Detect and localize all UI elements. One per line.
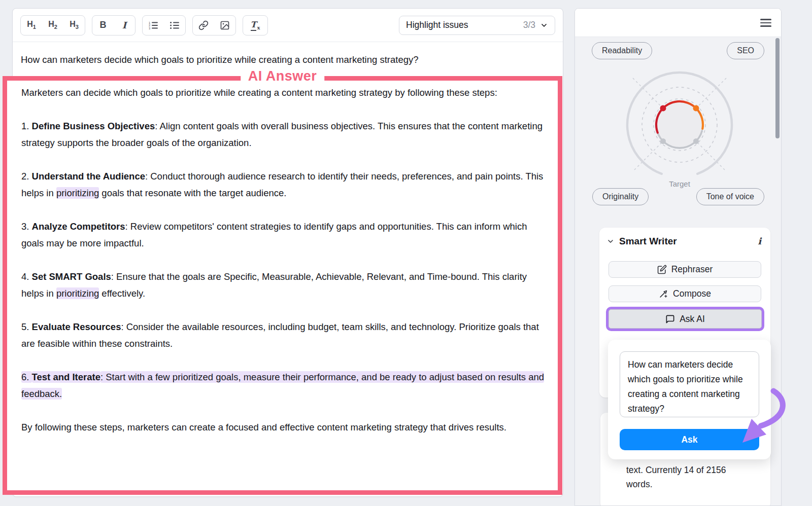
heading1-button[interactable]: H1 [21, 16, 42, 35]
originality-pill[interactable]: Originality [592, 188, 649, 205]
clear-formatting-icon: Tx [251, 20, 260, 30]
document-question-title[interactable]: How can marketers decide which goals to … [13, 42, 563, 67]
word-count-note: text. Currently 14 of 2156 words. [626, 463, 751, 491]
assistant-panel-header [575, 9, 781, 37]
link-icon [198, 20, 209, 30]
ask-ai-annotation-border: Ask AI [606, 307, 764, 331]
panel-scrollbar-thumb[interactable] [775, 38, 780, 138]
seo-pill[interactable]: SEO [727, 42, 764, 59]
svg-text:3: 3 [149, 26, 150, 29]
chevron-down-icon [540, 21, 548, 29]
answer-paragraph: 4. Set SMART Goals: Ensure that the goal… [21, 268, 549, 302]
ai-answer-content[interactable]: Marketers can decide which goals to prio… [7, 81, 558, 436]
insert-group [192, 15, 236, 35]
list-group: 1 2 3 [142, 15, 186, 35]
smart-writer-header: Smart Writer i [599, 228, 770, 253]
ordered-list-icon: 1 2 3 [148, 21, 158, 30]
link-button[interactable] [193, 16, 214, 35]
answer-paragraph: 5. Evaluate Resources: Consider the avai… [21, 318, 549, 352]
collapse-chevron-icon[interactable] [606, 237, 615, 245]
seo-marker-dot [693, 105, 699, 112]
image-icon [220, 20, 230, 30]
tone-of-voice-pill[interactable]: Tone of voice [696, 188, 764, 205]
answer-paragraph: By following these steps, marketers can … [21, 419, 549, 436]
heading2-button[interactable]: H2 [42, 16, 63, 35]
assistant-panel: Readability SEO [574, 8, 782, 506]
ai-answer-annotation-box: AI Answer Marketers can decide which goa… [3, 76, 562, 495]
originality-marker-dot [660, 138, 666, 144]
readability-pill[interactable]: Readability [592, 42, 652, 59]
unordered-list-button[interactable] [164, 16, 185, 35]
answer-paragraph: 1. Define Business Objectives: Align con… [21, 118, 549, 151]
rephraser-icon [657, 265, 667, 274]
answer-paragraph: 3. Analyze Competitors: Review competito… [21, 218, 549, 251]
smart-writer-title: Smart Writer [619, 236, 677, 247]
readability-marker-dot [660, 105, 666, 112]
ask-ai-popup: How can marketers decide which goals to … [608, 340, 771, 459]
style-group: B I [92, 15, 136, 35]
image-button[interactable] [214, 16, 235, 35]
ask-question-input[interactable]: How can marketers decide which goals to … [620, 351, 759, 417]
rephraser-button[interactable]: Rephraser [608, 261, 761, 278]
answer-paragraph: 6. Test and Iterate: Start with a few pr… [21, 369, 549, 402]
highlight-issues-dropdown[interactable]: Highlight issues 3/3 [399, 16, 555, 35]
compose-icon [659, 289, 668, 299]
menu-icon[interactable] [760, 19, 771, 27]
gauge-target-label: Target [669, 179, 691, 188]
ask-ai-button[interactable]: Ask AI [608, 309, 762, 329]
answer-paragraph: Marketers can decide which goals to prio… [21, 84, 549, 101]
assistant-panel-body: Readability SEO [575, 37, 781, 505]
heading3-button[interactable]: H3 [63, 16, 85, 35]
info-icon[interactable]: i [758, 237, 761, 246]
bold-icon: B [100, 20, 107, 30]
editor-toolbar: H1 H2 H3 B I 1 2 3 [13, 9, 563, 42]
highlight-issues-label: Highlight issues [406, 20, 468, 30]
italic-button[interactable]: I [114, 16, 135, 35]
compose-button[interactable]: Compose [608, 285, 761, 302]
unordered-list-icon [170, 21, 180, 30]
ai-answer-label: AI Answer [241, 68, 325, 84]
heading-group: H1 H2 H3 [20, 15, 85, 35]
italic-icon: I [122, 20, 126, 30]
clear-format-group: Tx [243, 15, 268, 35]
quality-gauge-chart: Target [588, 61, 771, 191]
bold-button[interactable]: B [92, 16, 114, 35]
tone-marker-dot [693, 138, 699, 144]
ordered-list-button[interactable]: 1 2 3 [143, 16, 164, 35]
highlight-issues-count: 3/3 [523, 20, 535, 30]
answer-paragraph: 2. Understand the Audience: Conduct thor… [21, 168, 549, 201]
ask-submit-button[interactable]: Ask [620, 429, 759, 450]
clear-formatting-button[interactable]: Tx [243, 16, 267, 35]
ask-ai-icon [665, 314, 675, 324]
